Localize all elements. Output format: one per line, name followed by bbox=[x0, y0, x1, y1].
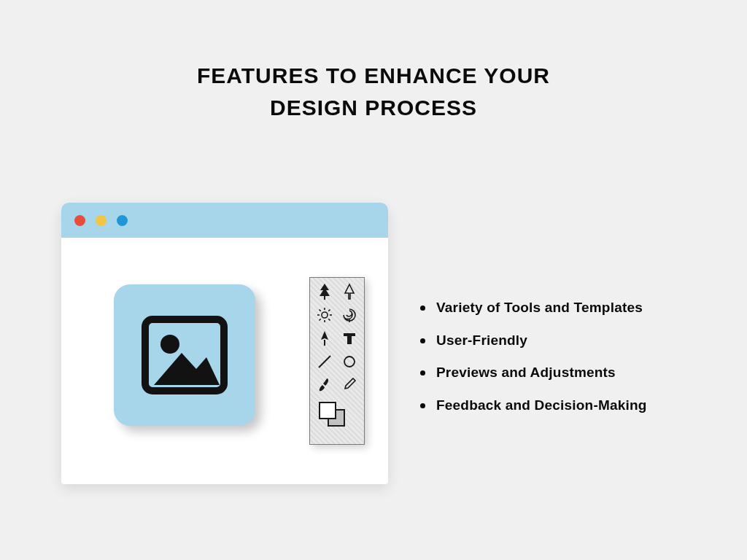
palette-grid bbox=[313, 281, 361, 396]
svg-point-2 bbox=[322, 312, 328, 318]
window-dot-maximize-icon bbox=[117, 215, 128, 226]
feature-item: Previews and Adjustments bbox=[420, 364, 727, 382]
pen-icon bbox=[313, 327, 336, 349]
feature-item: Variety of Tools and Templates bbox=[420, 299, 727, 317]
image-placeholder-icon bbox=[141, 315, 228, 395]
arrow-icon bbox=[338, 281, 361, 303]
text-icon bbox=[338, 327, 361, 349]
illustration-panel bbox=[61, 203, 388, 484]
tool-palette bbox=[309, 277, 365, 445]
sun-icon bbox=[313, 304, 336, 326]
svg-point-13 bbox=[344, 357, 355, 367]
color-swatches bbox=[313, 399, 361, 428]
svg-line-8 bbox=[328, 319, 330, 320]
svg-line-12 bbox=[319, 356, 330, 368]
browser-window bbox=[61, 203, 388, 484]
window-titlebar bbox=[61, 203, 388, 238]
tree-icon bbox=[313, 281, 336, 303]
swatch-front-icon bbox=[319, 402, 336, 419]
image-placeholder-tile bbox=[114, 284, 255, 426]
circle-icon bbox=[338, 351, 361, 373]
title-line-2: DESIGN PROCESS bbox=[0, 92, 747, 124]
pencil-icon bbox=[338, 374, 361, 396]
feature-item: User-Friendly bbox=[420, 332, 727, 350]
svg-line-7 bbox=[320, 310, 321, 311]
line-icon bbox=[313, 351, 336, 373]
title-line-1: FEATURES TO ENHANCE YOUR bbox=[0, 60, 747, 92]
svg-line-10 bbox=[320, 319, 321, 320]
page-title: FEATURES TO ENHANCE YOUR DESIGN PROCESS bbox=[0, 0, 747, 123]
brush-icon bbox=[313, 374, 336, 396]
window-dot-close-icon bbox=[74, 215, 85, 226]
features-list: Variety of Tools and Templates User-Frie… bbox=[420, 299, 727, 429]
spiral-icon bbox=[338, 304, 361, 326]
feature-item: Feedback and Decision-Making bbox=[420, 397, 727, 415]
svg-point-1 bbox=[160, 335, 179, 354]
svg-line-9 bbox=[328, 310, 330, 311]
window-dot-minimize-icon bbox=[96, 215, 107, 226]
